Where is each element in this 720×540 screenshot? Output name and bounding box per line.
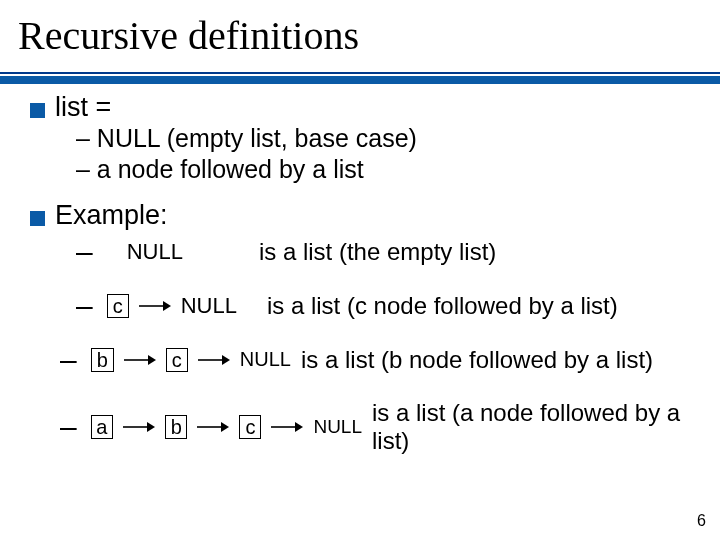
null-label: NULL	[240, 348, 291, 371]
arrow-right-icon	[197, 420, 229, 434]
example-desc: is a list (the empty list)	[259, 238, 496, 266]
node-c: c	[107, 294, 129, 318]
svg-marker-7	[147, 422, 155, 432]
subbullet-null: – NULL (empty list, base case)	[30, 123, 700, 154]
example-desc: is a list (a node followed by a list)	[372, 399, 700, 455]
example-row-null: – NULL is a list (the empty list)	[76, 237, 700, 267]
arrow-right-icon	[139, 299, 171, 313]
node-a: a	[91, 415, 113, 439]
title-rule	[0, 72, 720, 84]
svg-marker-3	[148, 355, 156, 365]
rule-thick	[0, 76, 720, 84]
bullet-text: list =	[55, 92, 111, 123]
slide-title: Recursive definitions	[0, 0, 720, 64]
arrow-right-icon	[123, 420, 155, 434]
node-c: c	[166, 348, 188, 372]
arrow-right-icon	[198, 353, 230, 367]
bullet-text: Example:	[55, 200, 168, 231]
node-c: c	[239, 415, 261, 439]
node-b: b	[165, 415, 187, 439]
rule-thin	[0, 72, 720, 74]
example-row-c: – c NULL is a list (c node followed by a…	[76, 291, 700, 321]
slide-body: list = – NULL (empty list, base case) – …	[0, 64, 720, 455]
null-label: NULL	[181, 293, 237, 319]
dash-icon: –	[60, 345, 77, 375]
svg-marker-11	[295, 422, 303, 432]
arrow-right-icon	[124, 353, 156, 367]
slide: Recursive definitions list = – NULL (emp…	[0, 0, 720, 540]
bullet-example: Example:	[30, 200, 700, 231]
example-desc: is a list (b node followed by a list)	[301, 346, 653, 374]
null-label: NULL	[313, 416, 362, 438]
dash-icon: –	[60, 412, 77, 442]
dash-icon: –	[76, 291, 93, 321]
example-row-bc: – b c NULL is a list (b node followed by…	[60, 345, 700, 375]
svg-marker-1	[163, 301, 171, 311]
subbullet-node: – a node followed by a list	[30, 154, 700, 185]
bullet-square-icon	[30, 103, 45, 118]
svg-marker-5	[222, 355, 230, 365]
example-block: – NULL is a list (the empty list) – c NU…	[30, 237, 700, 455]
bullet-square-icon	[30, 211, 45, 226]
svg-marker-9	[221, 422, 229, 432]
bullet-list-def: list =	[30, 92, 700, 123]
arrow-right-icon	[271, 420, 303, 434]
node-b: b	[91, 348, 114, 372]
null-label: NULL	[127, 239, 183, 265]
example-desc: is a list (c node followed by a list)	[267, 292, 618, 320]
dash-icon: –	[76, 237, 93, 267]
example-row-abc: – a b c NULL is a list (a node followed	[60, 399, 700, 455]
page-number: 6	[697, 512, 706, 530]
